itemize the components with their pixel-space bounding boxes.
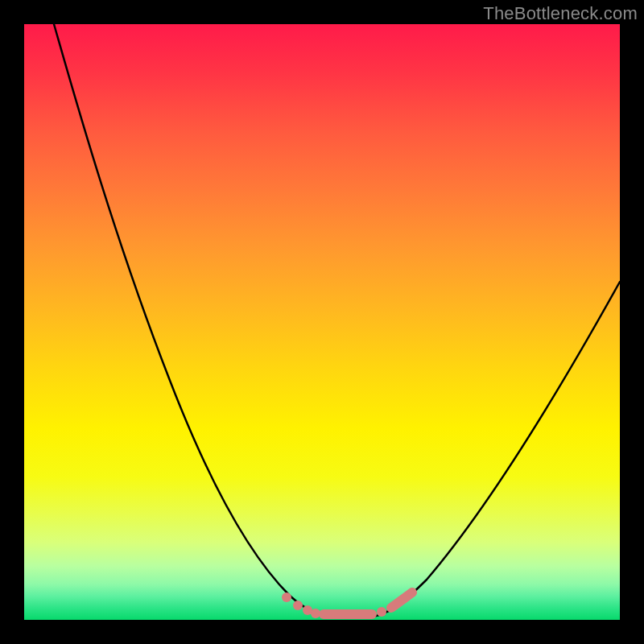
marker-dot <box>311 609 320 618</box>
chart-stage: TheBottleneck.com <box>0 0 644 644</box>
marker-dot <box>377 607 386 617</box>
chart-svg <box>24 24 620 620</box>
bottleneck-curve <box>54 24 620 617</box>
watermark-text: TheBottleneck.com <box>483 3 638 24</box>
marker-dot <box>293 601 303 610</box>
plot-area <box>24 24 620 620</box>
right-branch-marker <box>391 592 412 608</box>
marker-dot <box>282 592 291 602</box>
